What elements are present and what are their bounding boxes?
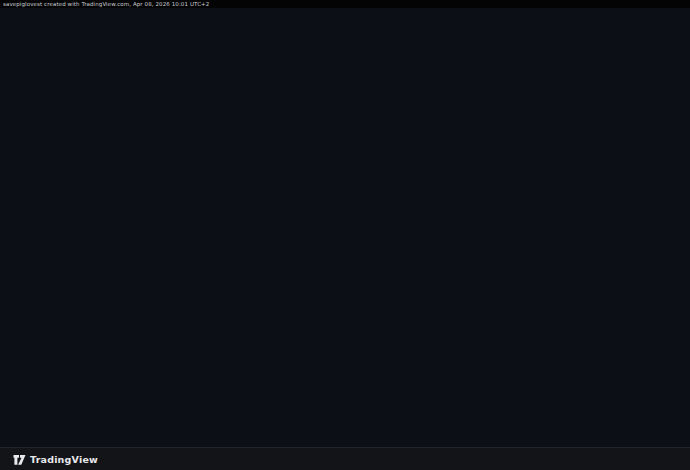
- tradingview-snapshot: savepiglovest created with TradingView.c…: [0, 0, 690, 470]
- chart-canvas[interactable]: [0, 0, 690, 470]
- tradingview-logo[interactable]: TradingView: [13, 454, 98, 466]
- tradingview-logo-icon: [13, 454, 26, 466]
- tradingview-logo-text: TradingView: [30, 454, 98, 465]
- bottom-toolbar: TradingView: [0, 447, 690, 470]
